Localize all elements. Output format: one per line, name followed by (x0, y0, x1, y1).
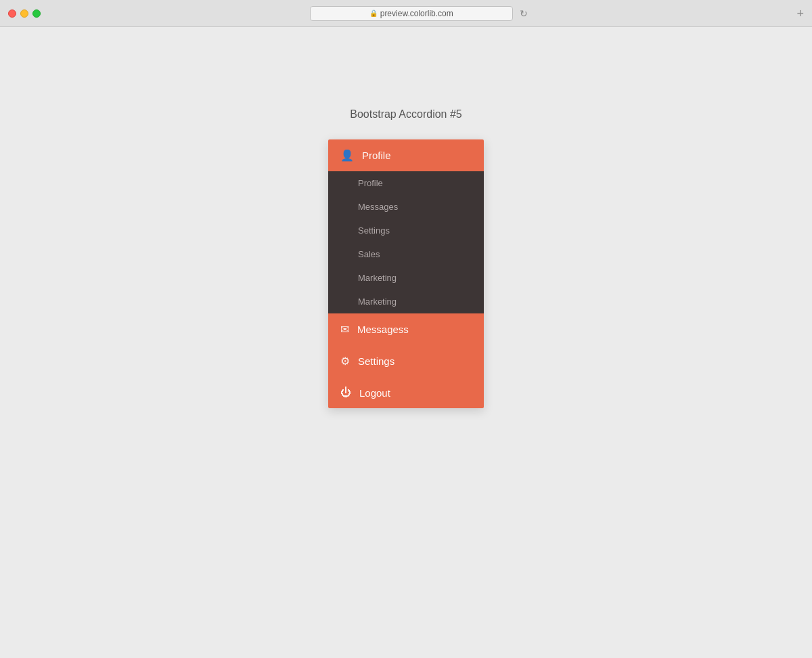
sub-item-marketing-2[interactable]: Marketing (328, 290, 484, 313)
sub-item-settings[interactable]: Settings (328, 219, 484, 242)
refresh-button[interactable]: ↻ (520, 8, 528, 19)
sub-item-marketing-1[interactable]: Marketing (328, 266, 484, 290)
close-button[interactable] (8, 9, 16, 18)
accordion-label-profile: Profile (362, 150, 391, 161)
accordion: 👤 Profile Profile Messages Settings Sale… (328, 139, 484, 408)
accordion-header-messages[interactable]: ✉ Messagess (328, 313, 484, 345)
accordion-header-settings[interactable]: ⚙ Settings (328, 345, 484, 377)
accordion-label-logout: Logout (359, 387, 390, 399)
sub-item-messages[interactable]: Messages (328, 195, 484, 219)
page-content: Bootstrap Accordion #5 👤 Profile Profile… (0, 27, 812, 658)
accordion-label-messages: Messagess (357, 324, 409, 335)
accordion-item-settings: ⚙ Settings (328, 345, 484, 377)
maximize-button[interactable] (32, 9, 41, 18)
envelope-icon: ✉ (340, 323, 349, 336)
sub-item-profile[interactable]: Profile (328, 171, 484, 195)
accordion-header-logout[interactable]: ⏻ Logout (328, 377, 484, 408)
accordion-body-profile: Profile Messages Settings Sales Marketin… (328, 171, 484, 313)
traffic-lights (8, 9, 41, 18)
new-tab-button[interactable]: + (796, 7, 804, 20)
url-text: preview.colorlib.com (380, 9, 453, 18)
power-icon: ⏻ (340, 387, 351, 399)
sub-item-sales[interactable]: Sales (328, 242, 484, 266)
minimize-button[interactable] (20, 9, 28, 18)
accordion-item-logout: ⏻ Logout (328, 377, 484, 408)
browser-chrome: 🔒 preview.colorlib.com ↻ + (0, 0, 812, 27)
address-bar-container: 🔒 preview.colorlib.com ↻ (47, 6, 790, 21)
page-title: Bootstrap Accordion #5 (350, 108, 461, 120)
accordion-item-messages: ✉ Messagess (328, 313, 484, 345)
lock-icon: 🔒 (369, 9, 378, 17)
accordion-item-profile: 👤 Profile Profile Messages Settings Sale… (328, 139, 484, 313)
gear-icon: ⚙ (340, 355, 350, 368)
accordion-label-settings: Settings (358, 355, 394, 367)
person-icon: 👤 (340, 149, 354, 162)
accordion-header-profile[interactable]: 👤 Profile (328, 139, 484, 171)
address-bar[interactable]: 🔒 preview.colorlib.com (310, 6, 513, 21)
